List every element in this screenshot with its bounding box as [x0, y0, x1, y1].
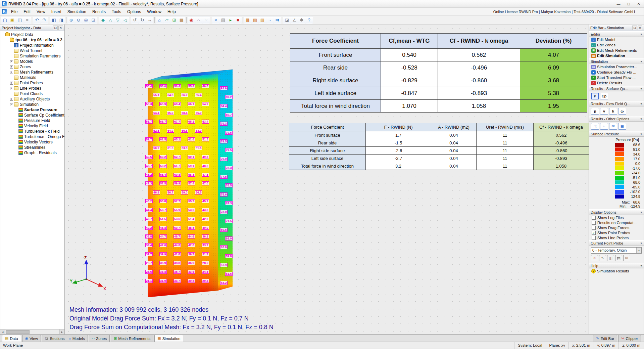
toolbar-velocity-field-icon[interactable]: ▨ — [259, 16, 266, 24]
checkbox-show-log-files[interactable]: Show Log Files — [589, 215, 644, 220]
probe-values-button[interactable]: ⊞ — [623, 255, 630, 261]
point-probe-select[interactable]: 0 - Temporary, Origin▾ — [591, 247, 642, 254]
section-header-current-point-probe[interactable]: Current Point Probe▾ — [589, 240, 644, 246]
toolbar-models-icon[interactable]: ⌂ — [156, 16, 163, 24]
tree-item-turbulence-k-field[interactable]: Turbulence - k Field — [0, 129, 64, 134]
checkbox-icon[interactable]: ✓ — [592, 231, 596, 235]
tree-item-simulation-parameters[interactable]: Simulation Parameters — [0, 53, 64, 59]
toolbar-measure-icon[interactable]: ∠ — [291, 16, 298, 24]
tree-expander-icon[interactable]: − — [10, 103, 13, 106]
tree-expander-icon[interactable]: + — [10, 60, 13, 63]
section-header-simulation[interactable]: Simulation▾ — [589, 58, 644, 64]
pin-icon[interactable]: ⊡ — [632, 26, 637, 30]
toolbar-line-probes-icon[interactable]: ∴ — [195, 16, 202, 24]
toolbar-start-simulation-icon[interactable]: ▸ — [227, 16, 234, 24]
checkbox-show-drag-forces[interactable]: Show Drag Forces — [589, 225, 644, 230]
window-close-button[interactable]: ✕ — [634, 0, 644, 7]
checkbox-icon[interactable] — [592, 226, 596, 230]
tree-item-surface-cp-coefficient[interactable]: Surface Cp Coefficient — [0, 113, 64, 118]
checkbox-results-on-computat[interactable]: Results on Computat... — [589, 220, 644, 225]
tree-item-graph-residuals[interactable]: Graph - Residuals — [0, 150, 64, 156]
tree-horizontal-scrollbar[interactable]: ◂ ▸ — [0, 329, 64, 334]
menu-item-insert[interactable]: Insert — [48, 8, 64, 15]
toolbar-view-isometric-icon[interactable]: ◆ — [99, 16, 107, 24]
tree-expander-icon[interactable]: + — [10, 71, 13, 74]
tree-item-line-probes[interactable]: +Line Probes — [0, 86, 64, 91]
toolbar-new-icon[interactable]: ▢ — [1, 16, 9, 24]
toolbar-help-icon[interactable]: ? — [305, 16, 313, 24]
checkbox-show-point-probes[interactable]: ✓Show Point Probes — [589, 230, 644, 235]
scroll-left-icon[interactable]: ◂ — [0, 330, 5, 334]
tab-simulation[interactable]: ▦Simulation — [154, 335, 183, 342]
toolbar-materials-icon[interactable]: ▩ — [178, 16, 185, 24]
tree-item-point-probes[interactable]: +Point Probes — [0, 80, 64, 86]
toolbar-copy-icon[interactable]: ◧ — [50, 16, 58, 24]
toolbar-simulation-parameters-icon[interactable]: ▤ — [219, 16, 227, 24]
toolbar-open-icon[interactable]: ▣ — [9, 16, 16, 24]
tree-expander-icon[interactable]: + — [10, 98, 13, 101]
toolbar-point-probes-icon[interactable]: ◉ — [188, 16, 195, 24]
tree-item-zones[interactable]: +Zones — [0, 64, 64, 70]
pick-probe-button[interactable]: ↖ — [599, 255, 606, 261]
checkbox-show-line-probes[interactable]: Show Line Probes — [589, 235, 644, 240]
toolbar-zoom-window-icon[interactable]: ⊡ — [90, 16, 97, 24]
toolbar-wind-tunnel-icon[interactable]: ≈ — [212, 16, 219, 24]
tree-item-simulation[interactable]: −Simulation — [0, 102, 64, 107]
menu-item-window[interactable]: Window — [144, 8, 164, 15]
streamlines-button[interactable]: ≈ — [600, 123, 608, 130]
editbar-item-edit-mesh-refinements[interactable]: ⊞Edit Mesh Refinements — [589, 48, 644, 53]
editbar-item-start-transient-flow[interactable]: ▸Start Transient Flow ... — [589, 75, 644, 80]
toolbar-paste-icon[interactable]: ◨ — [58, 16, 65, 24]
tree-item-mesh-refinements[interactable]: +Mesh Refinements — [0, 70, 64, 75]
checkbox-icon[interactable] — [592, 236, 596, 240]
section-header-help[interactable]: Help▾ — [589, 263, 644, 268]
close-icon[interactable]: ✕ — [58, 26, 63, 30]
tree-item-wind-tunnel[interactable]: Wind Tunnel — [0, 48, 64, 53]
menu-item-view[interactable]: View — [34, 8, 48, 15]
toolbar-mesh-refinements-icon[interactable]: ⊞ — [170, 16, 178, 24]
section-header-results-surface-qu[interactable]: Results - Surface Qu...▾ — [589, 86, 644, 91]
turbulence-k-button[interactable]: k — [609, 108, 617, 115]
velocity-vectors-button[interactable]: ⇉ — [591, 123, 599, 130]
tree-item-pressure-field[interactable]: Pressure Field — [0, 118, 64, 123]
tab-models[interactable]: ⌂Models — [66, 335, 88, 342]
tree-item-models[interactable]: +Models — [0, 59, 64, 64]
toolbar-view-x-icon[interactable]: △ — [107, 16, 114, 24]
toolbar-undo-icon[interactable]: ↶ — [33, 16, 41, 24]
editbar-item-continue-steady-flo[interactable]: ▸Continue Steady Flo ... — [589, 70, 644, 75]
pressure-field-button[interactable]: p — [591, 108, 599, 115]
window-minimize-button[interactable]: — — [613, 0, 624, 7]
toolbar-pan-icon[interactable]: ↔ — [146, 16, 153, 24]
section-header-editor[interactable]: Editor▾ — [589, 31, 644, 37]
editbar-item-edit-simulation[interactable]: ▦Edit Simulation — [589, 53, 644, 58]
checkbox-icon[interactable] — [592, 216, 596, 220]
tab-sections[interactable]: ◪Sections — [42, 335, 68, 342]
save-probe-button[interactable]: ◫ — [607, 255, 614, 261]
tab-mesh-refinements[interactable]: ⊞Mesh Refinements — [111, 335, 153, 342]
toolbar-stop-simulation-icon[interactable]: ■ — [234, 16, 242, 24]
menu-item-help[interactable]: Help — [164, 8, 179, 15]
editbar-item-delete-results[interactable]: ✕Delete Results — [589, 80, 644, 86]
tree-item-auxiliary-objects[interactable]: +Auxiliary Objects — [0, 96, 64, 102]
delete-probe-button[interactable]: ✕ — [591, 255, 598, 261]
toolbar-pressure-field-icon[interactable]: ▧ — [251, 16, 259, 24]
tab-view[interactable]: ◉View — [22, 335, 41, 342]
toolbar-surface-results-icon[interactable]: ▦ — [244, 16, 251, 24]
checkbox-icon[interactable] — [592, 221, 596, 225]
tree-item-streamlines[interactable]: Streamlines — [0, 145, 64, 150]
section-header-display-options[interactable]: Display Options▾ — [589, 209, 644, 215]
scroll-right-icon[interactable]: ▸ — [59, 330, 64, 334]
toolbar-velocity-vectors-icon[interactable]: ⇉ — [274, 16, 281, 24]
probe-table-button[interactable]: ▤ — [615, 255, 622, 261]
toolbar-zones-icon[interactable]: ▱ — [163, 16, 170, 24]
toolbar-clipper-icon[interactable]: ◪ — [283, 16, 291, 24]
toolbar-save-icon[interactable]: ◫ — [16, 16, 23, 24]
menu-item-tools[interactable]: Tools — [109, 8, 124, 15]
toolbar-view-y-icon[interactable]: ▽ — [114, 16, 121, 24]
tree-item-project-data[interactable]: Project Data — [0, 32, 64, 37]
toolbar-point-clouds-icon[interactable]: ∵ — [202, 16, 210, 24]
scroll-thumb[interactable] — [6, 330, 30, 334]
tree-item-tpu-06-try-06-alfa-0-2[interactable]: tpu 06 - try 06 - alfa = 0.2... — [0, 37, 64, 43]
menu-item-file[interactable]: File — [8, 8, 20, 15]
toolbar-zoom-in-icon[interactable]: ⊕ — [67, 16, 75, 24]
